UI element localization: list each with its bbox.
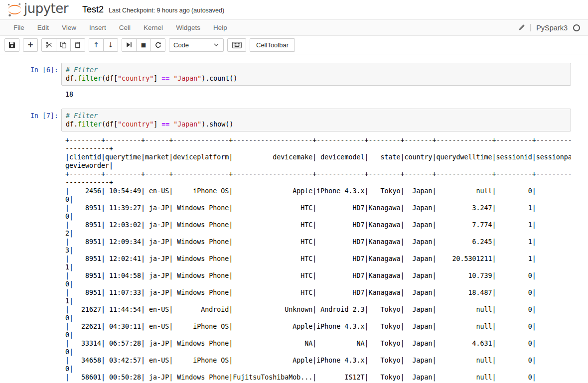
interrupt-kernel-button[interactable]: ■ <box>136 38 151 52</box>
cell-input-row: In [6]: # Filterdf.filter(df["country"] … <box>0 63 571 86</box>
jupyter-notebook-app: jupyter Test2 Last Checkpoint: 9 hours a… <box>0 0 588 382</box>
command-palette-button[interactable] <box>227 38 246 52</box>
code-cell-7: In [7]: # Filterdf.filter(df["country"] … <box>0 109 571 382</box>
output-text: +--------+---------+------+-------------… <box>61 136 571 382</box>
menu-file[interactable]: File <box>7 20 31 35</box>
kernel-idle-icon <box>573 24 580 31</box>
menubar: File Edit View Insert Cell Kernel Widget… <box>0 19 588 36</box>
cell-type-select[interactable]: Code <box>169 38 224 52</box>
run-cell-button[interactable] <box>122 38 137 52</box>
menubar-divider <box>530 24 531 31</box>
save-button[interactable] <box>4 38 19 52</box>
scissors-icon <box>45 41 52 48</box>
stop-icon: ■ <box>141 42 146 48</box>
menu-insert[interactable]: Insert <box>83 20 113 35</box>
jupyter-logo-icon <box>7 2 22 17</box>
copy-icon <box>60 41 67 48</box>
paste-cell-button[interactable] <box>70 38 85 52</box>
keyboard-icon <box>232 42 242 48</box>
input-prompt: In [6]: <box>0 63 61 74</box>
code-editor[interactable]: # Filterdf.filter(df["country"] == "Japa… <box>61 109 571 131</box>
step-forward-icon <box>126 42 132 48</box>
notebook-area: In [6]: # Filterdf.filter(df["country"] … <box>0 54 588 382</box>
pencil-icon <box>518 24 525 31</box>
cell-type-value: Code <box>173 41 189 49</box>
code-cell-6: In [6]: # Filterdf.filter(df["country"] … <box>0 63 571 99</box>
arrow-down-icon: ↓ <box>108 41 114 48</box>
kernel-indicator-area: PySpark3 <box>518 24 580 32</box>
save-icon <box>8 41 15 48</box>
output-prompt-spacer <box>0 90 61 99</box>
menu-cell[interactable]: Cell <box>113 20 137 35</box>
input-prompt: In [7]: <box>0 109 61 120</box>
menu-widgets[interactable]: Widgets <box>169 20 207 35</box>
kernel-name: PySpark3 <box>536 24 568 32</box>
output-prompt-spacer <box>0 136 61 382</box>
move-cell-down-button[interactable]: ↓ <box>103 38 118 52</box>
restart-icon <box>155 42 161 48</box>
jupyter-wordmark: jupyter <box>24 2 68 15</box>
plus-icon: + <box>27 41 34 49</box>
cell-toolbar-button[interactable]: CellToolbar <box>250 38 295 52</box>
move-cell-up-button[interactable]: ↑ <box>89 38 104 52</box>
header: jupyter Test2 Last Checkpoint: 9 hours a… <box>0 0 588 19</box>
code-line: df.filter(df["country"] == "Japan").show… <box>66 120 567 128</box>
menu-edit[interactable]: Edit <box>31 20 55 35</box>
cell-output-row: 18 <box>0 90 571 99</box>
cut-cell-button[interactable] <box>41 38 56 52</box>
cell-output-row: +--------+---------+------+-------------… <box>0 136 571 382</box>
code-line: # Filter <box>66 66 567 74</box>
toolbar: + <box>0 36 588 54</box>
paste-icon <box>74 41 81 48</box>
cell-input-row: In [7]: # Filterdf.filter(df["country"] … <box>0 109 571 131</box>
code-editor[interactable]: # Filterdf.filter(df["country"] == "Japa… <box>61 63 571 86</box>
arrow-up-icon: ↑ <box>93 41 99 48</box>
title-group: Test2 Last Checkpoint: 9 hours ago (auto… <box>82 4 224 15</box>
insert-cell-below-button[interactable]: + <box>23 38 38 52</box>
copy-cell-button[interactable] <box>56 38 71 52</box>
restart-kernel-button[interactable] <box>150 38 165 52</box>
chevron-down-icon <box>214 43 219 46</box>
menu-list: File Edit View Insert Cell Kernel Widget… <box>7 20 234 35</box>
checkpoint-status: Last Checkpoint: 9 hours ago (autosaved) <box>109 7 224 14</box>
code-line: # Filter <box>66 112 567 120</box>
notebook-title[interactable]: Test2 <box>82 4 104 15</box>
menu-view[interactable]: View <box>55 20 83 35</box>
code-line: df.filter(df["country"] == "Japan").coun… <box>66 74 567 83</box>
output-text: 18 <box>61 90 73 99</box>
menu-help[interactable]: Help <box>207 20 234 35</box>
jupyter-logo[interactable]: jupyter <box>7 2 68 17</box>
menu-kernel[interactable]: Kernel <box>137 20 169 35</box>
